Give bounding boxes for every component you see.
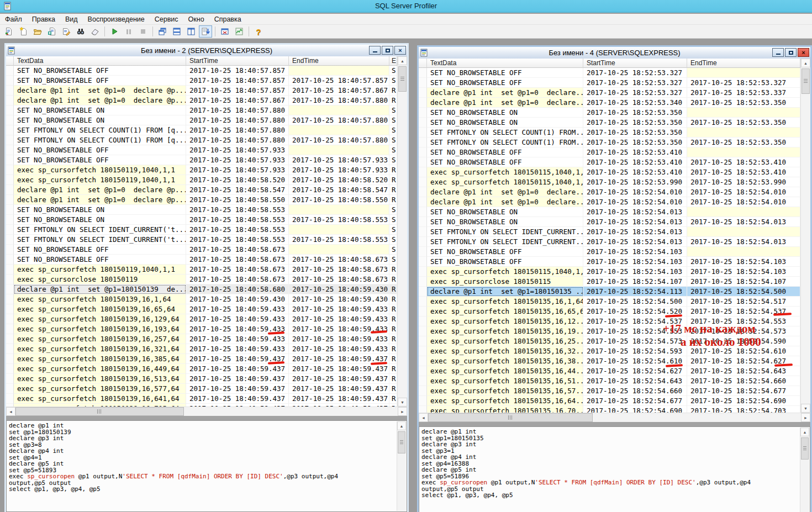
trace-row[interactable]: declare @p1 int set @p1=0 declare...2017… [419, 98, 800, 108]
main-titlebar[interactable]: SQL Server Profiler [0, 0, 812, 13]
trace-row[interactable]: exec sp_cursorfetch 180150119,1040,1,120… [6, 175, 397, 185]
vertical-scrollbar[interactable]: ▲ ▼ [800, 59, 810, 413]
trace-row[interactable]: SET NO_BROWSETABLE OFF2017-10-25 18:52:5… [419, 68, 800, 78]
trace-row[interactable]: exec sp_cursorfetch 180150119,1040,1,120… [6, 165, 397, 175]
trace-row[interactable]: SET NO_BROWSETABLE ON2017-10-25 18:40:58… [6, 205, 397, 215]
trace-row[interactable]: SET FMTONLY ON SELECT IDENT_CURRENT('t..… [6, 225, 397, 235]
trace-row[interactable]: SET NO_BROWSETABLE OFF2017-10-25 18:52:5… [419, 147, 800, 157]
trace-row[interactable]: exec sp_cursorfetch 180150139,16,321,642… [6, 344, 397, 354]
trace-row[interactable]: declare @p1 int set @p1=0 declare @p...2… [6, 185, 397, 195]
trace-row[interactable]: SET NO_BROWSETABLE OFF2017-10-25 18:40:5… [6, 255, 397, 265]
scrollbar-thumb[interactable] [15, 407, 184, 416]
trace-row[interactable]: declare @p1 int set @p1=0 declare @p...2… [6, 96, 397, 105]
menu-item-edit[interactable]: Правка [27, 14, 60, 24]
trace-row[interactable]: exec sp_cursorfetch 180150139,16,129,642… [6, 314, 397, 324]
trace-row[interactable]: SET NO_BROWSETABLE ON2017-10-25 18:40:57… [6, 105, 397, 115]
trace-row[interactable]: SET NO_BROWSETABLE ON2017-10-25 18:40:58… [6, 215, 397, 225]
menu-item-help[interactable]: Справка [209, 14, 246, 24]
detail-scrollbar[interactable]: ▲ [800, 427, 809, 512]
trace-row[interactable]: exec sp_cursorfetch 180150135,16,70...20… [419, 406, 800, 413]
scrollbar-thumb[interactable] [428, 413, 593, 422]
start-replay-icon[interactable] [108, 25, 121, 38]
trace-row[interactable]: SET NO_BROWSETABLE OFF2017-10-25 18:40:5… [6, 76, 397, 86]
minimize-button[interactable] [369, 46, 381, 55]
scrollbar-thumb[interactable] [398, 431, 405, 453]
cascade-windows-icon[interactable] [156, 25, 169, 38]
trace-row[interactable]: exec sp_cursorfetch 180150139,16,65,6420… [6, 304, 397, 314]
trace-row[interactable]: SET NO_BROWSETABLE OFF2017-10-25 18:40:5… [6, 245, 397, 255]
scrollbar-thumb[interactable] [802, 68, 810, 94]
trace-row[interactable]: exec sp_cursorclose 1801501192017-10-25 … [6, 275, 397, 284]
menu-item-replay[interactable]: Воспроизведение [83, 14, 150, 24]
trace-row[interactable]: exec sp_cursorfetch 180150135,16,1,64201… [419, 297, 800, 307]
trace-row[interactable]: declare @p1 int set @p1=0 declare...2017… [419, 187, 800, 197]
close-button[interactable]: × [394, 46, 406, 55]
trace-row[interactable]: declare @p1 int set @p1=0 declare...2017… [419, 197, 800, 207]
trace-row[interactable]: exec sp_cursorfetch 180150115,1040,1,120… [419, 167, 800, 177]
trace-row[interactable]: SET FMTONLY ON SELECT COUNT(1) FROM [q..… [6, 125, 397, 135]
performance-monitor-icon[interactable] [233, 25, 246, 38]
menu-item-window[interactable]: Окно [183, 14, 209, 24]
menu-item-view[interactable]: Вид [60, 14, 83, 24]
trace-row[interactable]: SET NO_BROWSETABLE OFF2017-10-25 18:52:5… [419, 157, 800, 167]
trace-row[interactable]: exec sp_cursorfetch 180150115,1040,1,120… [419, 267, 800, 277]
trace-row[interactable]: exec sp_cursorfetch 180150139,16,385,642… [6, 354, 397, 364]
maximize-button[interactable] [382, 46, 393, 55]
new-template-icon[interactable] [17, 25, 30, 38]
tile-vertical-icon[interactable] [184, 25, 198, 38]
trace-row[interactable]: SET NO_BROWSETABLE OFF2017-10-25 18:52:5… [419, 78, 800, 88]
trace-row[interactable]: exec sp_cursorfetch 180150135,16,64...20… [419, 396, 800, 406]
trace-window-2-titlebar[interactable]: Без имени - 2 (SERVER\SQLEXPRESS) × [6, 45, 407, 56]
trace-row[interactable]: declare @p1 int set @p1=180150139 de...2… [6, 284, 397, 294]
pane-splitter[interactable] [6, 416, 407, 420]
stop-replay-icon[interactable] [136, 25, 150, 38]
trace-row[interactable]: SET NO_BROWSETABLE ON2017-10-25 18:52:53… [419, 108, 800, 118]
help-icon[interactable]: ? [252, 25, 265, 38]
menu-item-tools[interactable]: Сервис [150, 14, 183, 24]
trace-row[interactable]: exec sp_cursorfetch 180150139,16,1,64201… [6, 294, 397, 304]
find-icon[interactable] [74, 25, 87, 38]
new-trace-icon[interactable] [2, 25, 15, 38]
trace-row[interactable]: declare @p1 int set @p1=180150135 ...201… [419, 287, 800, 297]
trace-row[interactable]: SET NO_BROWSETABLE ON2017-10-25 18:52:54… [419, 217, 800, 227]
trace-row[interactable]: SET FMTONLY ON SELECT IDENT_CURRENT('t..… [6, 235, 397, 245]
trace-row[interactable]: exec sp_cursorfetch 180150115,1040,1,120… [419, 177, 800, 187]
trace-row[interactable]: SET FMTONLY ON SELECT COUNT(1) FROM...20… [419, 138, 800, 147]
clear-trace-icon[interactable] [88, 25, 102, 38]
open-trace-icon[interactable] [31, 25, 44, 38]
scrollbar-thumb[interactable] [398, 66, 407, 92]
trace-row[interactable]: exec sp_cursorfetch 180150139,16,641,642… [6, 394, 397, 404]
pane-splitter[interactable] [419, 422, 810, 426]
trace-row[interactable]: exec sp_cursorfetch 180150135,16,51...20… [419, 376, 800, 386]
trace-row[interactable]: declare @p1 int set @p1=0 declare @p...2… [6, 86, 397, 96]
toggle-results-icon[interactable] [218, 25, 231, 38]
detail-scrollbar[interactable]: ▲ [397, 421, 406, 511]
trace-row[interactable]: exec sp_cursorfetch 180150139,16,257,642… [6, 334, 397, 344]
trace-row[interactable]: exec sp_cursorfetch 180150139,16,577,642… [6, 384, 397, 394]
trace-row[interactable]: SET FMTONLY ON SELECT IDENT_CURRENT...20… [419, 227, 800, 237]
trace-row[interactable]: SET NO_BROWSETABLE OFF2017-10-25 18:40:5… [6, 66, 397, 76]
vertical-scrollbar[interactable]: ▲ ▼ [397, 56, 407, 407]
trace-properties-icon[interactable] [60, 25, 73, 38]
pause-replay-icon[interactable] [122, 25, 135, 38]
horizontal-scrollbar[interactable]: ◄ ► [6, 407, 407, 416]
trace-row[interactable]: exec sp_cursorfetch 180150135,16,38...20… [419, 356, 800, 366]
close-button[interactable]: × [798, 48, 809, 57]
maximize-button[interactable] [785, 48, 797, 57]
tile-horizontal-icon[interactable] [170, 25, 183, 38]
trace-row[interactable]: exec sp_cursorfetch 180150135,16,44...20… [419, 366, 800, 376]
minimize-button[interactable] [772, 48, 784, 57]
trace-row[interactable]: declare @p1 int set @p1=0 declare...2017… [419, 88, 800, 98]
trace-row[interactable]: SET NO_BROWSETABLE ON2017-10-25 18:40:57… [6, 115, 397, 125]
trace-row[interactable]: exec sp_cursorfetch 180150139,16,449,642… [6, 364, 397, 374]
trace-row[interactable]: SET FMTONLY ON SELECT COUNT(1) FROM [q..… [6, 135, 397, 145]
horizontal-scrollbar[interactable]: ◄ ► [419, 413, 810, 422]
trace-row[interactable]: exec sp_cursorfetch 180150135,16,65,6420… [419, 307, 800, 316]
trace-row[interactable]: exec sp_cursorfetch 180150139,16,513,642… [6, 374, 397, 384]
scrollbar-thumb[interactable] [801, 437, 809, 460]
trace-row[interactable]: exec sp_cursorfetch 180150119,1040,1,120… [6, 265, 397, 275]
trace-row[interactable]: SET FMTONLY ON SELECT COUNT(1) FROM...20… [419, 128, 800, 138]
auto-scroll-icon[interactable] [199, 25, 212, 38]
trace-row[interactable]: declare @p1 int set @p1=0 declare @p...2… [6, 195, 397, 205]
trace-row[interactable]: SET NO_BROWSETABLE OFF2017-10-25 18:40:5… [6, 155, 397, 165]
